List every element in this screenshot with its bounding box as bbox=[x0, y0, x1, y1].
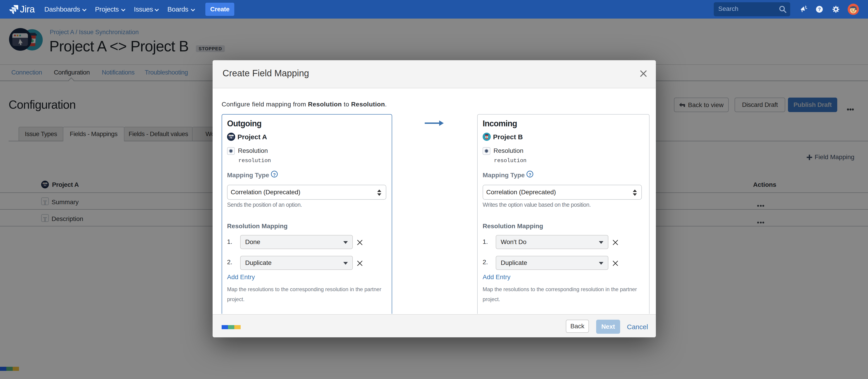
svg-text:?: ? bbox=[818, 7, 821, 12]
